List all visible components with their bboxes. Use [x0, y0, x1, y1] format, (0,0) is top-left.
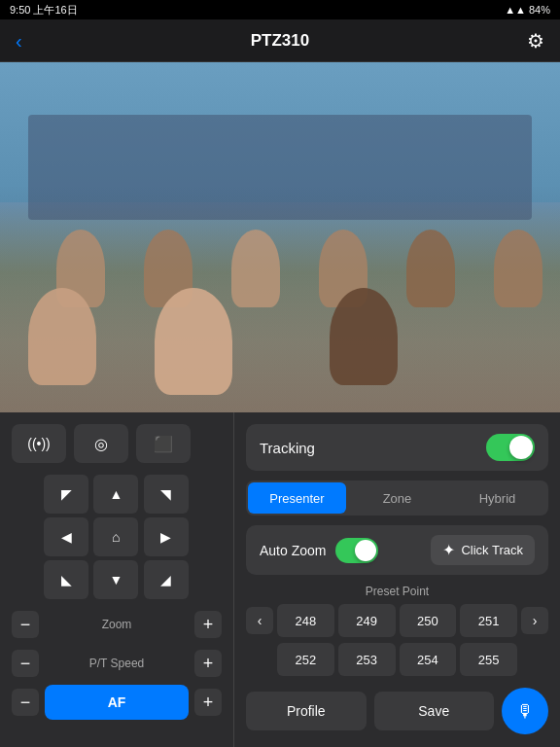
- dpad-right[interactable]: ▶: [144, 517, 189, 556]
- autozoom-label: Auto Zoom: [260, 543, 326, 558]
- preset-nums-row2: 252 253 254 255: [277, 643, 517, 676]
- bottom-panel: ((•)) ◎ ⬛ ◤ ▲: [0, 412, 560, 747]
- preset-253[interactable]: 253: [338, 643, 396, 676]
- dpad-topright[interactable]: ◥: [144, 475, 189, 514]
- toggle-knob: [509, 436, 533, 459]
- dpad-topleft[interactable]: ◤: [44, 475, 88, 514]
- dpad-botright[interactable]: ◢: [144, 560, 189, 599]
- status-icons: ▲▲ 84%: [505, 4, 550, 16]
- af-button[interactable]: AF: [45, 685, 189, 720]
- af-minus-button[interactable]: −: [12, 689, 39, 716]
- zoom-control: − Zoom +: [12, 611, 222, 638]
- autozoom-toggle[interactable]: [335, 538, 378, 563]
- zoom-label: Zoom: [45, 618, 189, 631]
- back-button[interactable]: ‹: [16, 31, 22, 51]
- pt-speed-control: − P/T Speed +: [12, 650, 222, 677]
- mic-circle-button[interactable]: 🎙: [502, 688, 548, 734]
- home-icon: ⌂: [112, 529, 120, 545]
- botright-icon: ◢: [160, 572, 171, 587]
- dpad-grid: ◤ ▲ ◥ ◀ ⌂ ▶: [44, 475, 190, 599]
- click-track-icon: ✦: [442, 541, 455, 559]
- af-plus-button[interactable]: +: [194, 689, 222, 716]
- dpad-botleft[interactable]: ◣: [44, 560, 88, 599]
- preset-row-2: 252 253 254 255: [246, 643, 548, 676]
- preset-section: Preset Point ‹ 248 249 250 251 › 252 253: [246, 585, 548, 676]
- preset-prev-button[interactable]: ‹: [246, 607, 273, 634]
- microphone-icon: ((•)): [27, 436, 51, 451]
- dpad-down[interactable]: ▼: [93, 560, 138, 599]
- header: ‹ PTZ310 ⚙: [0, 19, 560, 62]
- pt-speed-label: P/T Speed: [45, 657, 189, 670]
- dpad-home[interactable]: ⌂: [93, 517, 138, 556]
- preset-251[interactable]: 251: [460, 604, 517, 637]
- battery-icon: 84%: [529, 4, 550, 16]
- preset-249[interactable]: 249: [338, 604, 396, 637]
- tracking-mode-segmented: Presenter Zone Hybrid: [246, 480, 548, 516]
- right-icon: ▶: [160, 529, 171, 545]
- zoom-plus-button[interactable]: +: [194, 611, 222, 638]
- action-row: Profile Save 🎙: [246, 688, 548, 734]
- preset-255[interactable]: 255: [460, 643, 517, 676]
- dpad-wrapper: ◤ ▲ ◥ ◀ ⌂ ▶: [12, 475, 222, 599]
- profile-button[interactable]: Profile: [246, 692, 367, 730]
- preset-254[interactable]: 254: [400, 643, 457, 676]
- topleft-icon: ◤: [61, 486, 72, 502]
- status-time: 9:50 上午16日: [10, 3, 78, 18]
- page-title: PTZ310: [251, 31, 309, 51]
- hybrid-tab[interactable]: Hybrid: [448, 482, 546, 514]
- left-panel: ((•)) ◎ ⬛ ◤ ▲: [0, 412, 233, 747]
- eye-off-button[interactable]: ◎: [74, 424, 128, 463]
- left-icon: ◀: [61, 529, 72, 545]
- pt-speed-plus-button[interactable]: +: [194, 650, 222, 677]
- topright-icon: ◥: [160, 486, 171, 502]
- autozoom-left: Auto Zoom: [260, 538, 378, 563]
- tracking-row: Tracking: [246, 424, 548, 471]
- right-panel: Tracking Presenter Zone Hybrid Auto Zoom…: [234, 412, 560, 747]
- camera-button[interactable]: ⬛: [136, 424, 191, 463]
- wifi-icon: ▲▲: [505, 4, 526, 16]
- up-icon: ▲: [109, 486, 122, 502]
- presenter-tab[interactable]: Presenter: [248, 482, 346, 514]
- af-row: − AF +: [12, 685, 222, 720]
- save-button[interactable]: Save: [374, 692, 495, 730]
- preset-nums-row1: 248 249 250 251: [277, 604, 517, 637]
- preset-250[interactable]: 250: [400, 604, 457, 637]
- pt-speed-minus-button[interactable]: −: [12, 650, 39, 677]
- camera-icon: ⬛: [154, 435, 173, 453]
- preset-252[interactable]: 252: [277, 643, 334, 676]
- down-icon: ▼: [109, 572, 122, 587]
- preset-248[interactable]: 248: [277, 604, 334, 637]
- icon-row: ((•)) ◎ ⬛: [12, 424, 222, 463]
- preset-title: Preset Point: [246, 585, 548, 598]
- tracking-label: Tracking: [260, 440, 315, 456]
- camera-view: [0, 62, 560, 412]
- eye-off-icon: ◎: [94, 435, 108, 453]
- zone-tab[interactable]: Zone: [348, 482, 446, 514]
- botleft-icon: ◣: [61, 572, 72, 587]
- preset-next-button[interactable]: ›: [521, 607, 548, 634]
- autozoom-clicktrack-row: Auto Zoom ✦ Click Track: [246, 525, 548, 575]
- af-label: AF: [108, 694, 126, 710]
- preset-row-1: ‹ 248 249 250 251 ›: [246, 604, 548, 637]
- tracking-toggle[interactable]: [486, 434, 535, 461]
- microphone-button[interactable]: ((•)): [12, 424, 66, 463]
- click-track-label: Click Track: [461, 543, 523, 557]
- dpad-up[interactable]: ▲: [93, 475, 138, 514]
- mic-circle-icon: 🎙: [516, 701, 534, 722]
- settings-button[interactable]: ⚙: [527, 29, 544, 53]
- zoom-minus-button[interactable]: −: [12, 611, 39, 638]
- dpad-left[interactable]: ◀: [44, 517, 88, 556]
- click-track-button[interactable]: ✦ Click Track: [431, 535, 535, 565]
- status-bar: 9:50 上午16日 ▲▲ 84%: [0, 0, 560, 19]
- autozoom-toggle-knob: [355, 540, 376, 561]
